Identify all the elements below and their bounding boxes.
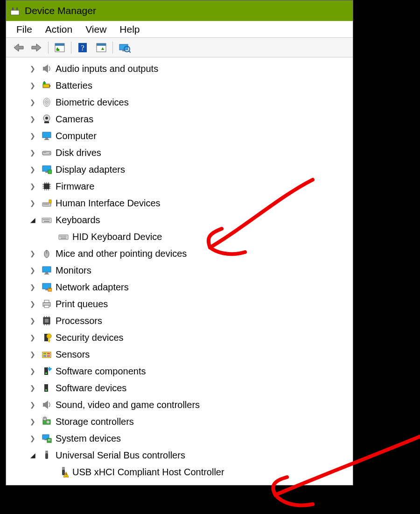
- category-label: Security devices: [54, 333, 124, 342]
- tree-category[interactable]: ❯Disk drives: [6, 144, 353, 161]
- tree-category[interactable]: ❯Sound, video and game controllers: [6, 396, 353, 413]
- svg-rect-119: [63, 467, 64, 470]
- scan-button[interactable]: [93, 40, 110, 56]
- chevron-right-icon[interactable]: ❯: [26, 149, 40, 156]
- category-label: Storage controllers: [54, 417, 134, 426]
- svg-rect-122: [64, 468, 64, 469]
- svg-rect-113: [48, 439, 50, 440]
- tree-category[interactable]: ❯Monitors: [6, 262, 353, 279]
- menu-view[interactable]: View: [79, 21, 113, 38]
- properties-button[interactable]: [116, 40, 133, 56]
- tree-category[interactable]: ❯Human Interface Devices: [6, 195, 353, 211]
- svg-rect-34: [43, 152, 46, 153]
- category-label: Computer: [54, 131, 97, 141]
- svg-rect-116: [45, 453, 48, 459]
- menu-file[interactable]: File: [10, 21, 39, 38]
- audio-icon: [40, 400, 54, 410]
- chevron-right-icon[interactable]: ❯: [26, 401, 40, 408]
- chevron-down-icon[interactable]: ◢: [26, 452, 40, 458]
- tree-category[interactable]: ❯System devices: [6, 430, 353, 447]
- svg-rect-19: [43, 84, 49, 88]
- chevron-right-icon[interactable]: ❯: [26, 385, 40, 391]
- svg-rect-64: [59, 235, 68, 239]
- forward-button[interactable]: [28, 40, 45, 56]
- tree-category[interactable]: ❯Mice and other pointing devices: [6, 245, 353, 262]
- menu-help[interactable]: Help: [113, 21, 146, 38]
- tree-category[interactable]: ❯Sensors: [6, 346, 353, 363]
- monitor-icon: [40, 131, 54, 141]
- tree-category[interactable]: ◢Keyboards: [6, 211, 353, 228]
- chevron-right-icon[interactable]: ❯: [26, 301, 40, 307]
- tree-device[interactable]: HID Keyboard Device: [6, 228, 353, 245]
- menu-action[interactable]: Action: [39, 21, 79, 38]
- tree-device[interactable]: USB xHCI Compliant Host Controller: [6, 464, 353, 480]
- chevron-right-icon[interactable]: ❯: [26, 65, 40, 72]
- keyboard-icon: [40, 215, 54, 225]
- chevron-right-icon[interactable]: ❯: [26, 351, 40, 358]
- chevron-right-icon[interactable]: ❯: [26, 267, 40, 274]
- help-button[interactable]: ?: [74, 40, 91, 56]
- chevron-right-icon[interactable]: ❯: [26, 334, 40, 341]
- svg-rect-102: [45, 373, 47, 374]
- tree-category[interactable]: ❯Computer: [6, 127, 353, 144]
- svg-rect-59: [44, 219, 45, 220]
- svg-rect-63: [44, 221, 49, 222]
- svg-rect-114: [48, 440, 50, 441]
- svg-rect-17: [43, 67, 45, 70]
- chevron-right-icon[interactable]: ❯: [26, 284, 40, 290]
- tree-category[interactable]: ◢Universal Serial Bus controllers: [6, 447, 353, 464]
- tree-category[interactable]: ❯Storage controllers: [6, 413, 353, 430]
- tree-category[interactable]: ❯Security devices: [6, 329, 353, 346]
- chevron-right-icon[interactable]: ❯: [26, 250, 40, 257]
- chevron-right-icon[interactable]: ❯: [26, 435, 40, 442]
- svg-rect-28: [44, 121, 49, 123]
- svg-rect-73: [42, 267, 51, 272]
- chevron-right-icon[interactable]: ❯: [26, 200, 40, 206]
- svg-rect-60: [46, 219, 47, 220]
- menubar: File Action View Help: [6, 21, 353, 38]
- software-icon: [40, 366, 54, 376]
- chevron-right-icon[interactable]: ❯: [26, 183, 40, 190]
- svg-rect-79: [49, 288, 51, 289]
- tree-category[interactable]: ❯Network adapters: [6, 279, 353, 296]
- chevron-right-icon[interactable]: ❯: [26, 317, 40, 324]
- category-label: Software devices: [54, 383, 126, 393]
- svg-rect-55: [48, 204, 49, 204]
- chevron-right-icon[interactable]: ❯: [26, 418, 40, 425]
- svg-rect-75: [44, 274, 49, 275]
- tree-category[interactable]: ❯Software devices: [6, 380, 353, 396]
- back-button[interactable]: [10, 40, 27, 56]
- net-icon: [40, 282, 54, 292]
- chevron-right-icon[interactable]: ❯: [26, 166, 40, 173]
- chevron-right-icon[interactable]: ❯: [26, 116, 40, 122]
- chevron-down-icon[interactable]: ◢: [26, 217, 40, 223]
- category-label: Mice and other pointing devices: [54, 249, 187, 258]
- tree-category[interactable]: ❯Firmware: [6, 178, 353, 195]
- tree-category[interactable]: ❯Print queues: [6, 296, 353, 312]
- svg-rect-36: [45, 171, 48, 173]
- tree-category[interactable]: ❯Processors: [6, 312, 353, 329]
- tree-category[interactable]: ❯Cameras: [6, 111, 353, 127]
- chevron-right-icon[interactable]: ❯: [26, 99, 40, 106]
- category-label: Network adapters: [54, 282, 129, 292]
- tree-category[interactable]: ❯Audio inputs and outputs: [6, 60, 353, 77]
- camera-icon: [40, 114, 54, 124]
- svg-rect-98: [47, 353, 50, 354]
- usb-icon: [56, 466, 70, 478]
- svg-rect-96: [42, 352, 51, 358]
- svg-rect-67: [63, 236, 63, 237]
- svg-rect-4: [55, 43, 64, 46]
- tree-category[interactable]: ❯Biometric devices: [6, 94, 353, 111]
- chevron-right-icon[interactable]: ❯: [26, 368, 40, 374]
- device-tree[interactable]: ❯Audio inputs and outputs❯Batteries❯Biom…: [6, 57, 353, 485]
- chevron-right-icon[interactable]: ❯: [26, 133, 40, 139]
- category-label: Print queues: [54, 299, 108, 309]
- show-hidden-button[interactable]: [51, 40, 68, 56]
- tree-category[interactable]: ❯Software components: [6, 363, 353, 380]
- category-label: Audio inputs and outputs: [54, 64, 158, 73]
- chevron-right-icon[interactable]: ❯: [26, 82, 40, 89]
- tree-category[interactable]: ❯Batteries: [6, 77, 353, 94]
- tree-category[interactable]: ❯Display adapters: [6, 161, 353, 178]
- titlebar[interactable]: Device Manager: [6, 0, 353, 21]
- svg-rect-0: [11, 10, 19, 15]
